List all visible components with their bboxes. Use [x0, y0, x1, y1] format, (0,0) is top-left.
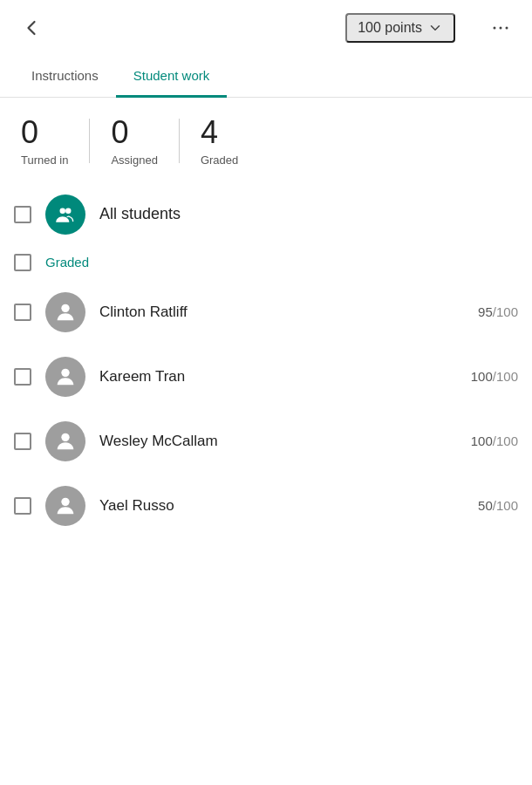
svg-point-0: [494, 27, 496, 30]
all-students-checkbox[interactable]: [14, 206, 31, 223]
person-icon: [53, 300, 78, 324]
stat-assigned: 0 Assigned: [111, 115, 178, 167]
graded-label: Graded: [201, 154, 238, 167]
checkbox-kareem-tran[interactable]: [14, 368, 31, 386]
more-options-button[interactable]: [483, 10, 518, 45]
section-graded-header: Graded: [14, 245, 518, 280]
checkbox-wesley-mccallam[interactable]: [14, 433, 31, 450]
svg-point-6: [61, 368, 69, 376]
student-grade-kareem-tran: 100/100: [471, 369, 518, 384]
header: 100 points: [0, 0, 532, 56]
graded-section-label: Graded: [45, 255, 89, 270]
stat-divider-1: [89, 119, 90, 163]
svg-point-1: [500, 27, 502, 30]
back-button[interactable]: [14, 10, 49, 45]
student-row-yael-russo[interactable]: Yael Russo 50/100: [14, 474, 518, 538]
avatar-clinton-ratliff: [45, 292, 85, 332]
student-list: All students Graded Clinton Ratliff 95/1…: [0, 184, 532, 538]
svg-point-4: [65, 208, 72, 214]
person-icon: [53, 365, 78, 389]
header-right: 100 points: [345, 10, 518, 45]
checkbox-yael-russo[interactable]: [14, 497, 31, 515]
all-students-label: All students: [99, 205, 181, 223]
student-name-yael-russo: Yael Russo: [99, 497, 464, 515]
svg-point-7: [61, 433, 69, 440]
tab-instructions[interactable]: Instructions: [14, 56, 116, 98]
stat-divider-2: [179, 119, 180, 163]
checkbox-clinton-ratliff[interactable]: [14, 304, 31, 321]
points-label: 100 points: [358, 20, 422, 36]
person-icon: [53, 429, 78, 454]
svg-point-3: [60, 208, 66, 214]
tabs: Instructions Student work: [0, 56, 532, 98]
person-icon: [53, 494, 78, 518]
avatar-wesley-mccallam: [45, 421, 85, 461]
svg-point-2: [506, 27, 508, 30]
assigned-label: Assigned: [111, 154, 157, 167]
chevron-down-icon: [427, 20, 443, 36]
avatar-yael-russo: [45, 486, 85, 526]
stats-row: 0 Turned in 0 Assigned 4 Graded: [0, 98, 532, 184]
student-row-clinton-ratliff[interactable]: Clinton Ratliff 95/100: [14, 280, 518, 345]
stat-graded: 4 Graded: [201, 115, 259, 167]
avatar-kareem-tran: [45, 357, 85, 397]
student-name-clinton-ratliff: Clinton Ratliff: [99, 304, 464, 321]
svg-point-5: [61, 304, 69, 311]
all-students-row[interactable]: All students: [14, 184, 518, 245]
student-row-wesley-mccallam[interactable]: Wesley McCallam 100/100: [14, 409, 518, 474]
student-name-kareem-tran: Kareem Tran: [99, 368, 457, 386]
group-icon: [54, 203, 77, 226]
svg-point-8: [61, 497, 69, 505]
all-students-avatar: [45, 195, 85, 235]
student-grade-wesley-mccallam: 100/100: [471, 433, 518, 448]
graded-number: 4: [201, 115, 218, 150]
assigned-number: 0: [111, 115, 128, 150]
points-dropdown[interactable]: 100 points: [345, 13, 455, 43]
turned-in-label: Turned in: [21, 154, 68, 167]
more-icon: [490, 17, 511, 38]
student-name-wesley-mccallam: Wesley McCallam: [99, 433, 457, 450]
student-grade-yael-russo: 50/100: [478, 498, 518, 513]
upload-button[interactable]: [462, 21, 476, 35]
student-row-kareem-tran[interactable]: Kareem Tran 100/100: [14, 345, 518, 409]
header-left: [14, 10, 49, 45]
stat-turned-in: 0 Turned in: [21, 115, 89, 167]
student-grade-clinton-ratliff: 95/100: [478, 304, 518, 319]
turned-in-number: 0: [21, 115, 38, 150]
back-icon: [21, 17, 42, 38]
tab-student-work[interactable]: Student work: [116, 56, 228, 98]
graded-section-checkbox[interactable]: [14, 254, 31, 271]
